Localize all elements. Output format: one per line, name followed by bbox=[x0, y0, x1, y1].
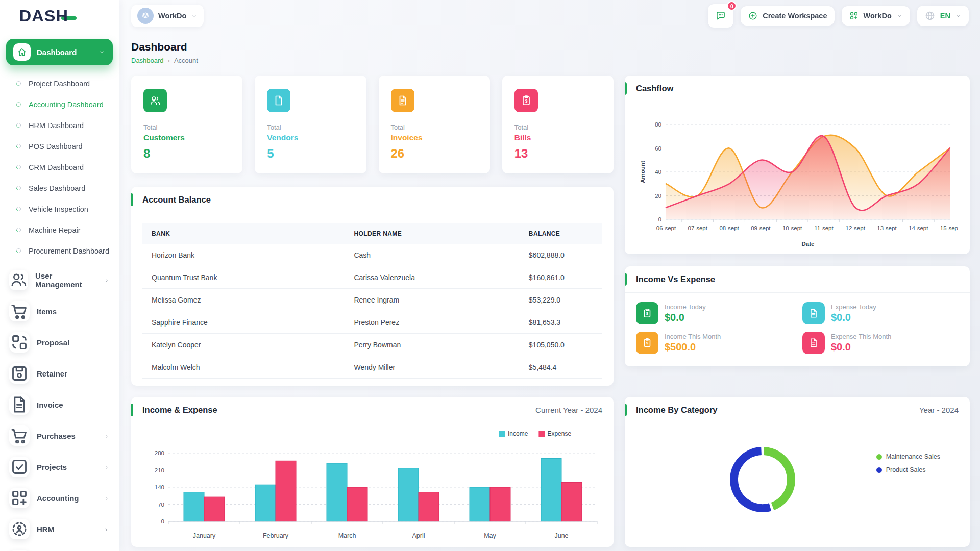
svg-text:March: March bbox=[338, 532, 356, 539]
breadcrumb: Dashboard › Account bbox=[131, 57, 969, 64]
stat-card-customers[interactable]: Total Customers 8 bbox=[131, 76, 242, 173]
sidebar-subitem-machine-repair[interactable]: Machine Repair bbox=[6, 220, 113, 241]
breadcrumb-link-dashboard[interactable]: Dashboard bbox=[131, 57, 164, 64]
chevron-down-icon bbox=[191, 13, 198, 19]
logo[interactable]: DASH bbox=[0, 0, 119, 33]
income-vs-expense-grid: $ Income Today $0.0 Expense Today $0.0 bbox=[625, 293, 970, 363]
sidebar-item-invoice[interactable]: Invoice bbox=[6, 391, 113, 418]
ive-value: $0.0 bbox=[831, 341, 891, 353]
language-label: EN bbox=[940, 12, 950, 20]
sidebar-item-accounting[interactable]: Accounting bbox=[6, 485, 113, 511]
table-row[interactable]: Horizon Bank Cash $602,888.0 bbox=[142, 244, 602, 266]
language-button[interactable]: EN bbox=[917, 6, 969, 26]
chevron-right-icon bbox=[103, 495, 110, 502]
income-today-item: $ Income Today $0.0 bbox=[636, 302, 792, 324]
sidebar-subitem-project-dashboard[interactable]: Project Dashboard bbox=[6, 73, 113, 94]
svg-text:07-sept: 07-sept bbox=[688, 225, 708, 231]
expense-today-icon bbox=[802, 302, 825, 324]
svg-text:40: 40 bbox=[655, 169, 662, 175]
sidebar-item-dashboard[interactable]: Dashboard bbox=[6, 39, 113, 65]
cell-balance: $53,229.0 bbox=[520, 289, 602, 311]
create-workspace-button[interactable]: Create Workspace bbox=[741, 6, 834, 26]
cell-holder-name: Wendy Miller bbox=[345, 356, 519, 379]
card-header: Income & Expense Current Year - 2024 bbox=[131, 397, 614, 423]
sidebar-subitem-vehicle-inspection[interactable]: Vehicle Inspection bbox=[6, 199, 113, 220]
sidebar-subitem-sales-dashboard[interactable]: Sales Dashboard bbox=[6, 178, 113, 199]
stat-card-invoices[interactable]: Total Invoices 26 bbox=[379, 76, 490, 173]
sidebar-item-retainer[interactable]: Retainer bbox=[6, 360, 113, 387]
svg-text:$: $ bbox=[525, 98, 527, 104]
bullet-icon bbox=[15, 80, 22, 87]
user-management-icon bbox=[9, 270, 28, 290]
cell-bank: Melissa Gomez bbox=[142, 289, 345, 311]
workspace-switcher[interactable]: WorkDo bbox=[131, 5, 204, 27]
svg-text:$: $ bbox=[646, 311, 649, 316]
items-icon bbox=[9, 301, 30, 321]
sidebar-item-purchases[interactable]: Purchases bbox=[6, 422, 113, 449]
stat-top-label: Total bbox=[143, 123, 230, 131]
svg-text:20: 20 bbox=[655, 193, 662, 199]
donut-chart bbox=[721, 438, 804, 523]
cell-bank: Sapphire Finance bbox=[142, 311, 345, 334]
sidebar-subitem-crm-dashboard[interactable]: CRM Dashboard bbox=[6, 157, 113, 178]
sidebar-subitem-label: Machine Repair bbox=[29, 226, 81, 235]
table-header-row: BANK HOLDER NAME BALANCE bbox=[142, 223, 602, 244]
stat-label: Bills bbox=[514, 133, 601, 142]
chevron-right-icon bbox=[103, 433, 110, 439]
stat-label: Invoices bbox=[391, 133, 478, 142]
table-row[interactable]: Melissa Gomez Renee Ingram $53,229.0 bbox=[142, 289, 602, 311]
cashflow-card: Cashflow 02040608006-sept07-sept08-sept0… bbox=[625, 76, 970, 254]
table-row[interactable]: Sapphire Finance Preston Perez $81,653.3 bbox=[142, 311, 602, 334]
stat-card-vendors[interactable]: Total Vendors 5 bbox=[255, 76, 366, 173]
sidebar-subitem-pos-dashboard[interactable]: POS Dashboard bbox=[6, 136, 113, 157]
stat-card-bills[interactable]: $ Total Bills 13 bbox=[502, 76, 614, 173]
topbar: WorkDo 0 Create Workspace WorkDo EN bbox=[119, 0, 980, 32]
ive-value: $500.0 bbox=[665, 341, 721, 353]
svg-text:08-sept: 08-sept bbox=[719, 225, 739, 231]
messages-button[interactable]: 0 bbox=[708, 4, 733, 28]
bullet-icon bbox=[15, 143, 22, 149]
card-title: Income By Category bbox=[636, 405, 718, 415]
sidebar-item-items[interactable]: Items bbox=[6, 298, 113, 324]
dashboard-grid: Total Customers 8 Total Vendors 5 Total … bbox=[131, 76, 969, 547]
stat-label: Customers bbox=[143, 133, 230, 142]
sidebar-subitem-label: HRM Dashboard bbox=[29, 121, 84, 131]
table-row[interactable]: Katelyn Cooper Perry Bowman $105,050.0 bbox=[142, 334, 602, 356]
card-header: Account Balance bbox=[131, 187, 614, 213]
svg-text:280: 280 bbox=[154, 450, 164, 456]
workspace-avatar-icon bbox=[137, 8, 154, 24]
sidebar-item-proposal[interactable]: Proposal bbox=[6, 329, 113, 356]
breadcrumb-separator: › bbox=[168, 57, 170, 64]
svg-text:Date: Date bbox=[802, 241, 815, 247]
bullet-icon bbox=[15, 247, 22, 254]
sidebar-subitem-label: Project Dashboard bbox=[29, 79, 90, 89]
workdo-apps-button[interactable]: WorkDo bbox=[842, 6, 910, 26]
svg-text:11-sept: 11-sept bbox=[814, 225, 834, 231]
bullet-icon bbox=[15, 206, 22, 212]
table-row[interactable]: Malcolm Welch Wendy Miller $5,484.4 bbox=[142, 356, 602, 379]
sidebar-subitem-label: Vehicle Inspection bbox=[29, 205, 88, 214]
sidebar-item-hrm[interactable]: HRM bbox=[6, 516, 113, 542]
sidebar-item-procurement[interactable]: Procurement bbox=[6, 547, 113, 551]
svg-text:10-sept: 10-sept bbox=[782, 225, 802, 231]
sidebar-subitem-procurement-dashboard[interactable]: Procurement Dashboard bbox=[6, 241, 113, 262]
sidebar-item-projects[interactable]: Projects bbox=[6, 454, 113, 480]
sidebar-item-label: HRM bbox=[37, 525, 54, 534]
income-this-month-item: $ Income This Month $500.0 bbox=[636, 332, 792, 354]
accounting-icon bbox=[9, 488, 30, 508]
income-today-icon: $ bbox=[636, 302, 658, 324]
sidebar-item-label: User Management bbox=[35, 271, 96, 289]
expense-this-month-icon bbox=[802, 332, 825, 354]
card-title: Cashflow bbox=[636, 84, 673, 93]
sidebar-subitem-hrm-dashboard[interactable]: HRM Dashboard bbox=[6, 115, 113, 136]
sidebar-item-label: Purchases bbox=[37, 432, 76, 440]
sidebar-subitem-accounting-dashboard[interactable]: Accounting Dashboard bbox=[6, 94, 113, 115]
sidebar-menu: Dashboard Project DashboardAccounting Da… bbox=[0, 33, 119, 551]
stat-top-label: Total bbox=[391, 123, 478, 131]
main-content: Dashboard Dashboard › Account Total Cust… bbox=[119, 0, 980, 547]
bullet-icon bbox=[15, 164, 22, 170]
table-row[interactable]: Quantum Trust Bank Carissa Valenzuela $1… bbox=[142, 266, 602, 289]
globe-icon bbox=[924, 10, 936, 21]
column-holder-name: HOLDER NAME bbox=[345, 223, 519, 244]
sidebar-item-user-management[interactable]: User Management bbox=[6, 267, 113, 293]
